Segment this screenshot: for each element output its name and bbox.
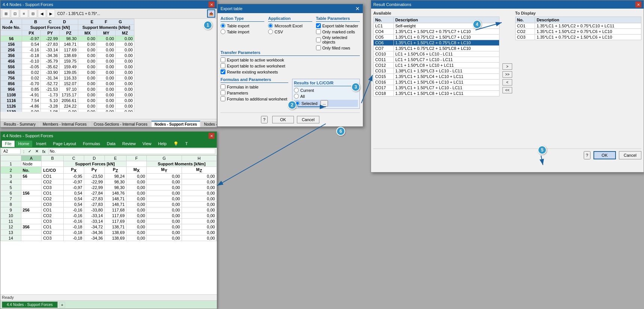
tab-members---internal-forces[interactable]: Members - Internal Forces [39,121,90,127]
check-icon[interactable]: ✓ [27,149,33,154]
list-item[interactable]: CO12 LC1 + 1.50*LC8 + LC10 + LC11 [374,63,499,68]
toolbar-btn-6[interactable]: ▶ [47,9,55,18]
table-row[interactable]: 1130 0.00 -1.08 0.00 0.00 0.00 0.00 [1,109,134,112]
list-item[interactable]: CO7 1.35*LC1 + 0.75*LC2 + 1.50*LC8 + LC1… [374,46,499,51]
list-item[interactable]: CO17 1.35*LC1 + 1.50*LC7 + LC10 - LC11 [374,85,499,91]
table-row[interactable]: 10 CO2 -0,16 -33,14 117,69 0,00 0,00 0,0… [1,213,217,219]
export-dialog-help-button[interactable]: ? [261,116,268,123]
excel-grid[interactable]: A B C D E F G H 1 Node Support Forces [k… [0,155,217,287]
result-cancel-button[interactable]: Cancel [619,151,641,159]
result-close-button[interactable]: ✕ [635,2,641,8]
result-ok-button[interactable]: OK [593,151,616,159]
formulas-additional-checkbox[interactable] [221,96,225,101]
table-row[interactable]: 456 -0.10 -35.79 159.75 0.00 0.00 0.00 [1,58,134,64]
current-radio[interactable] [294,88,299,93]
excel-option[interactable]: Microsoft Excel [268,23,312,28]
excel-menu-data[interactable]: Data [104,141,118,147]
table-row[interactable]: 1108 -4.91 -1.73 1715.17 0.00 0.00 0.00 [1,92,134,98]
rewrite-worksheets-option[interactable]: Rewrite existing worksheets [221,69,360,74]
table-import-radio[interactable] [221,29,225,34]
table-row[interactable]: 256 -0.16 -33.14 117.69 0.00 0.00 0.00 [1,47,134,53]
excel-menu-review[interactable]: Review [119,141,139,147]
table-row[interactable]: 156 0.54 -27.83 148.71 0.00 0.00 0.00 [1,42,134,47]
toolbar-btn-4[interactable]: ⊟ [29,9,37,18]
list-item[interactable]: CO18 1.35*LC1 + 1.50*LC8 + LC10 + LC11 [374,91,499,96]
add-sheet-button[interactable]: + [59,302,65,308]
table-row[interactable]: 13 CO2 -0,18 -34,36 138,69 0,00 0,00 0,0… [1,230,217,236]
tab-cross-sections---internal-forces[interactable]: Cross-Sections - Internal Forces [90,121,151,127]
tab-results---summary[interactable]: Results - Summary [0,121,39,127]
list-item[interactable]: CO15 1.35*LC1 + 1.50*LC4 + LC10 + LC11 [374,74,499,80]
tab-nodes---support-forces[interactable]: Nodes - Support Forces [151,121,200,127]
export-active-worksheet-checkbox[interactable] [221,63,225,68]
table-row[interactable]: 12 356 CO1 -0,18 -34,72 138,71 0,00 0,00… [1,224,217,230]
formula-bar-input[interactable] [48,148,215,154]
list-item[interactable]: CO16 1.35*LC1 + 1.50*LC6 + LC10 + LC11 [374,80,499,85]
table-row[interactable]: 756 0.02 -31.34 116.33 0.00 0.00 0.00 [1,75,134,81]
list-item[interactable]: CO2 1.35*LC1 + 1.50*LC2 + 0.75*LC6 + LC1… [515,29,641,34]
excel-menu-insert[interactable]: Insert [33,141,49,147]
table-row[interactable]: 1126 -4.86 -3.28 224.22 0.00 0.00 0.00 [1,104,134,109]
table-row[interactable]: 14 CO3 -0,18 -34,36 138,69 0,00 0,00 0,0… [1,236,217,241]
excel-sheet-tab[interactable]: 4.4 Nodes - Support Forces [2,302,58,308]
result-help-button[interactable]: ? [584,151,590,159]
only-marked-option[interactable]: Only marked cells [316,29,360,34]
table-row[interactable]: 8 CO3 0,54 -27,83 148,71 0,00 0,00 0,00 [1,202,217,207]
tab-nodes---deformations[interactable]: Nodes - Deformations [201,121,217,127]
toolbar-btn-1[interactable]: ⊞ [2,9,10,18]
excel-menu-home[interactable]: Home [15,141,32,147]
excel-menu-file[interactable]: File [2,141,15,147]
table-row[interactable]: 556 -0.05 -35.62 159.49 0.00 0.00 0.00 [1,64,134,70]
export-dialog-cancel-button[interactable]: Cancel [297,116,319,123]
current-option[interactable]: Current [294,88,358,93]
table-row[interactable]: 56 -0.97 -22.99 98.30 0.00 0.00 0.00 [1,36,134,42]
table-import-option[interactable]: Table import [221,29,264,34]
only-filled-checkbox[interactable] [316,45,321,50]
rewrite-worksheets-checkbox[interactable] [221,69,225,74]
export-active-worksheet-option[interactable]: Export table to active worksheet [221,63,360,68]
move-right-button[interactable]: > [502,63,512,70]
only-selected-checkbox[interactable] [316,38,321,42]
table-row[interactable]: 4 CO2 -0,97 -22,99 98,30 0,00 0,00 0,00 [1,179,217,185]
excel-menu-view[interactable]: View [140,141,155,147]
parameters-option[interactable]: Parameters [221,90,288,95]
formulas-additional-option[interactable]: Formulas to additional worksheet [221,96,288,101]
excel-menu-formulas[interactable]: Formulas [80,141,103,147]
list-item[interactable]: CO10 LC1 + 1.50*LC6 + LC10 - LC11 [374,51,499,57]
main-close-button[interactable]: ✕ [209,2,215,8]
move-all-right-button[interactable]: >> [502,71,512,78]
table-row[interactable]: 956 0.85 -21.53 97.10 0.00 0.00 0.00 [1,87,134,92]
all-radio[interactable] [294,94,299,99]
export-header-checkbox[interactable] [316,23,321,28]
all-option[interactable]: All [294,94,358,99]
list-item[interactable]: CO11 LC1 + 1.50*LC7 + LC10 - LC11 [374,57,499,63]
available-table-container[interactable]: No. Description LC1 Self-weight CO4 1.35… [373,16,499,146]
move-all-left-button[interactable]: << [502,87,512,93]
list-item[interactable]: CO4 1.35*LC1 + 1.50*LC2 + 0.75*LC7 + LC1… [374,29,499,34]
list-item[interactable]: CO3 1.35*LC1 + 0.75*LC2 + 1.50*LC6 + LC1… [515,34,641,40]
only-selected-option[interactable]: Only selected objects [316,35,360,44]
export-dialog-ok-button[interactable]: OK [272,116,294,123]
main-grid-container[interactable]: A B C D E F G Node No. Support Forces [k… [0,19,217,112]
only-marked-checkbox[interactable] [316,29,321,34]
table-row[interactable]: 3 56 CO1 -0,95 -23,50 98,24 0,00 0,00 0,… [1,174,217,179]
excel-radio[interactable] [268,23,273,28]
selected-browse-button[interactable]: ... [321,100,328,106]
excel-close-button[interactable]: ✕ [209,133,215,139]
move-left-button[interactable]: < [502,79,512,86]
list-item[interactable]: CO6 1.35*LC1 + 1.50*LC2 + 0.75*LC8 + LC1… [374,40,499,46]
toolbar-btn-5[interactable]: ◀ [38,9,46,18]
list-item[interactable]: CO5 1.35*LC1 + 0.75*LC2 + 1.50*LC7 + LC1… [374,34,499,40]
table-export-radio[interactable] [221,23,225,28]
formulas-in-table-checkbox[interactable] [221,84,225,89]
table-row[interactable]: 9 256 CO1 -0,16 -33,80 117,68 0,00 0,00 … [1,207,217,213]
table-row[interactable]: 356 -0.18 -34.36 138.69 0.00 0.00 0.00 [1,53,134,58]
export-active-workbook-option[interactable]: Export table to active workbook [221,57,360,62]
function-icon[interactable]: fx [41,149,47,154]
export-header-option[interactable]: Export table header [316,23,360,28]
formulas-in-table-option[interactable]: Formulas in table [221,84,288,89]
table-export-option[interactable]: Table export [221,23,264,28]
table-row[interactable]: 856 -0.70 -52.72 152.07 0.00 0.00 0.00 [1,81,134,87]
toolbar-btn-2[interactable]: ⊡ [11,9,19,18]
excel-menu-pagelayout[interactable]: Page Layout [50,141,79,147]
